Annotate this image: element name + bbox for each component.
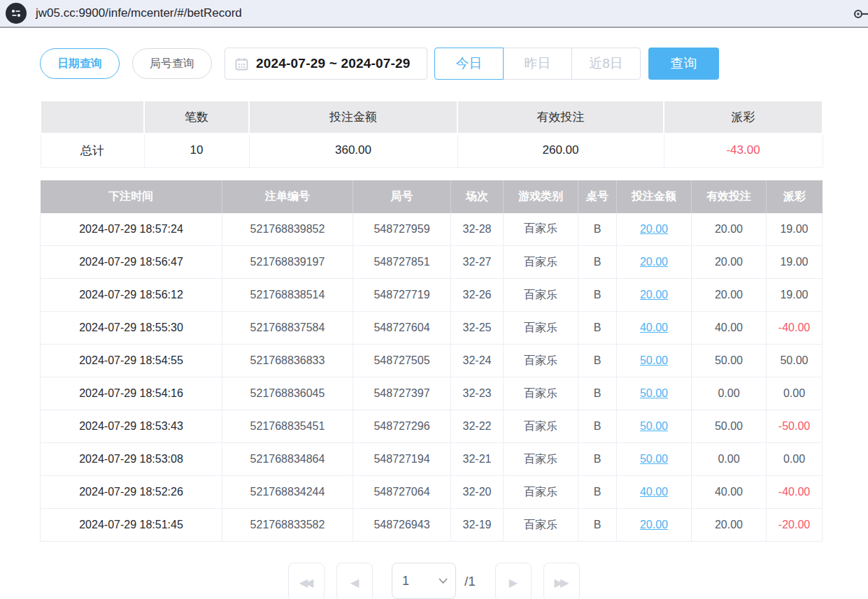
column-header-7: 有效投注 bbox=[692, 180, 767, 213]
summary-header-valid-bet: 有效投注 bbox=[457, 101, 664, 133]
table-row: 2024-07-29 18:54:16521768836045548727397… bbox=[41, 377, 823, 410]
cell-bet-amount: 50.00 bbox=[617, 345, 692, 377]
cell-table-no: B bbox=[578, 213, 617, 246]
summary-payout-value: -43.00 bbox=[664, 133, 823, 167]
cell-payout: 0.00 bbox=[767, 443, 823, 476]
page-select[interactable]: 1 bbox=[392, 563, 455, 598]
bet-amount-link[interactable]: 40.00 bbox=[640, 322, 668, 333]
next-page-button[interactable]: ▶ bbox=[495, 563, 532, 599]
cell-table-no: B bbox=[578, 345, 617, 377]
cell-game-type: 百家乐 bbox=[504, 377, 578, 410]
cell-valid-bet: 20.00 bbox=[692, 213, 767, 246]
cell-time: 2024-07-29 18:54:16 bbox=[41, 377, 222, 410]
today-button[interactable]: 今日 bbox=[434, 48, 504, 80]
cell-session: 32-22 bbox=[451, 410, 504, 443]
column-header-5: 桌号 bbox=[578, 180, 617, 213]
column-header-2: 局号 bbox=[353, 180, 451, 213]
cell-bet-id: 521768834244 bbox=[222, 476, 353, 509]
address-bar: jw05.cc:9900/infe/mcenter/#/betRecord bbox=[0, 0, 868, 28]
cell-bet-id: 521768839197 bbox=[222, 246, 353, 279]
cell-table-no: B bbox=[578, 246, 617, 279]
summary-header-count: 笔数 bbox=[144, 101, 249, 133]
bet-amount-link[interactable]: 20.00 bbox=[640, 519, 668, 531]
cell-bet-id: 521768835451 bbox=[222, 410, 353, 443]
table-row: 2024-07-29 18:52:26521768834244548727064… bbox=[41, 476, 823, 509]
bet-amount-link[interactable]: 50.00 bbox=[640, 354, 668, 366]
table-row: 2024-07-29 18:55:30521768837584548727604… bbox=[41, 312, 823, 345]
date-range-picker[interactable]: 2024-07-29 ~ 2024-07-29 bbox=[225, 48, 427, 80]
cell-valid-bet: 20.00 bbox=[692, 509, 767, 542]
summary-total-row: 总计 10 360.00 260.00 -43.00 bbox=[41, 133, 823, 167]
bet-amount-link[interactable]: 50.00 bbox=[640, 453, 668, 465]
cell-payout: -50.00 bbox=[767, 410, 823, 443]
cell-game-type: 百家乐 bbox=[504, 279, 578, 312]
key-icon[interactable] bbox=[853, 8, 868, 22]
cell-table-no: B bbox=[578, 476, 617, 509]
cell-payout: -40.00 bbox=[767, 312, 823, 345]
column-header-3: 场次 bbox=[451, 180, 504, 213]
cell-game-type: 百家乐 bbox=[504, 246, 578, 279]
cell-game-type: 百家乐 bbox=[504, 443, 578, 476]
round-query-label: 局号查询 bbox=[150, 57, 194, 71]
first-page-button[interactable]: ◀◀ bbox=[288, 563, 325, 599]
cell-payout: 19.00 bbox=[767, 279, 823, 312]
cell-session: 32-26 bbox=[451, 279, 504, 312]
cell-bet-amount: 20.00 bbox=[617, 279, 692, 312]
bet-amount-link[interactable]: 50.00 bbox=[640, 420, 668, 432]
cell-bet-id: 521768836833 bbox=[222, 345, 353, 377]
cell-session: 32-25 bbox=[451, 312, 504, 345]
cell-session: 32-27 bbox=[451, 246, 504, 279]
cell-payout: 19.00 bbox=[767, 246, 823, 279]
page-select-wrap: 1 bbox=[392, 563, 456, 599]
cell-bet-id: 521768836045 bbox=[222, 377, 353, 410]
column-header-0: 下注时间 bbox=[41, 180, 222, 213]
table-row: 2024-07-29 18:54:55521768836833548727505… bbox=[41, 345, 823, 377]
cell-round-id: 548727959 bbox=[353, 213, 451, 246]
summary-table: 笔数 投注金额 有效投注 派彩 总计 10 360.00 260.00 -43.… bbox=[40, 100, 823, 168]
search-button[interactable]: 查询 bbox=[648, 48, 719, 80]
cell-bet-id: 521768837584 bbox=[222, 312, 353, 345]
cell-bet-id: 521768833582 bbox=[222, 509, 353, 542]
url-text[interactable]: jw05.cc:9900/infe/mcenter/#/betRecord bbox=[36, 6, 242, 20]
column-header-6: 投注金额 bbox=[617, 180, 692, 213]
table-row: 2024-07-29 18:53:08521768834864548727194… bbox=[41, 443, 823, 476]
prev-page-button[interactable]: ◀ bbox=[336, 563, 373, 599]
bet-amount-link[interactable]: 20.00 bbox=[640, 223, 668, 235]
last-page-icon: ▶▶ bbox=[555, 576, 569, 589]
bet-record-table: 下注时间注单编号局号场次游戏类别桌号投注金额有效投注派彩 2024-07-29 … bbox=[40, 180, 823, 542]
last-page-button[interactable]: ▶▶ bbox=[543, 563, 580, 599]
site-settings-button[interactable] bbox=[6, 3, 27, 24]
total-pages-label: /1 bbox=[464, 563, 476, 599]
date-query-tab[interactable]: 日期查询 bbox=[40, 48, 120, 79]
cell-round-id: 548727397 bbox=[353, 377, 451, 410]
cell-round-id: 548727505 bbox=[353, 345, 451, 377]
yesterday-button[interactable]: 昨日 bbox=[503, 48, 572, 80]
summary-valid-bet-value: 260.00 bbox=[457, 133, 664, 167]
column-header-8: 派彩 bbox=[767, 180, 823, 213]
calendar-icon bbox=[235, 57, 248, 71]
cell-bet-id: 521768834864 bbox=[222, 443, 353, 476]
cell-time: 2024-07-29 18:56:12 bbox=[41, 279, 222, 312]
cell-round-id: 548727064 bbox=[353, 476, 451, 509]
bet-amount-link[interactable]: 50.00 bbox=[640, 387, 668, 399]
quick-range-group: 今日 昨日 近8日 bbox=[434, 48, 641, 80]
cell-round-id: 548727296 bbox=[353, 410, 451, 443]
cell-game-type: 百家乐 bbox=[504, 476, 578, 509]
last8days-button[interactable]: 近8日 bbox=[571, 48, 641, 80]
cell-table-no: B bbox=[578, 312, 617, 345]
cell-table-no: B bbox=[578, 377, 617, 410]
cell-time: 2024-07-29 18:53:08 bbox=[41, 443, 222, 476]
cell-bet-id: 521768839852 bbox=[222, 213, 353, 246]
bet-amount-link[interactable]: 20.00 bbox=[640, 256, 668, 268]
cell-bet-amount: 50.00 bbox=[617, 410, 692, 443]
cell-valid-bet: 50.00 bbox=[692, 410, 767, 443]
cell-valid-bet: 0.00 bbox=[692, 377, 767, 410]
cell-round-id: 548726943 bbox=[353, 509, 451, 542]
bet-amount-link[interactable]: 20.00 bbox=[640, 289, 668, 301]
date-query-label: 日期查询 bbox=[57, 57, 102, 71]
bet-amount-link[interactable]: 40.00 bbox=[640, 486, 668, 498]
first-page-icon: ◀◀ bbox=[299, 576, 314, 589]
round-query-tab[interactable]: 局号查询 bbox=[132, 48, 212, 79]
summary-header-blank bbox=[41, 101, 144, 133]
table-row: 2024-07-29 18:53:43521768835451548727296… bbox=[41, 410, 823, 443]
